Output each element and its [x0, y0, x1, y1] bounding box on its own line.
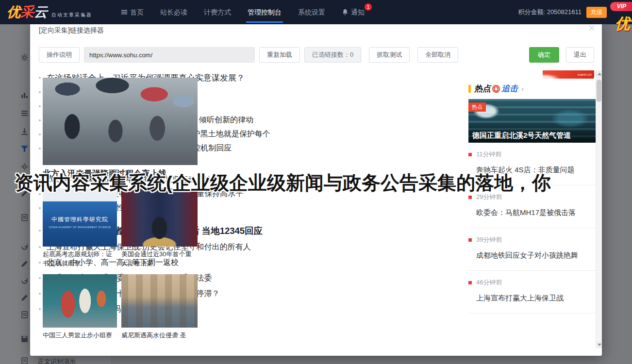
- thumb-image-basketball[interactable]: [43, 274, 117, 328]
- recharge-button[interactable]: 充值: [586, 7, 607, 18]
- logo-char: 云: [34, 3, 48, 21]
- scrollbar-thumb[interactable]: [597, 80, 601, 102]
- thumb-caption[interactable]: 威尼斯遇高水位侵袭 圣: [121, 331, 198, 340]
- help-button[interactable]: 操作说明: [39, 47, 80, 63]
- bullet-icon: [39, 105, 41, 107]
- red-square-icon: [468, 153, 472, 156]
- bullet-icon: [39, 207, 41, 209]
- bullet-icon: [39, 277, 41, 279]
- hot-lead-title: 德国正重启北溪2号天然气管道: [472, 131, 593, 140]
- thumb-caption[interactable]: 美国会通过近30年首个重大控枪法案: [121, 249, 198, 268]
- nav-home[interactable]: 首页: [113, 0, 152, 24]
- red-square-icon: [468, 238, 472, 242]
- grab-test-button[interactable]: 抓取测试: [369, 47, 410, 63]
- focus-photo[interactable]: [43, 78, 198, 165]
- bullet-icon: [39, 262, 41, 264]
- bullet-icon: [39, 119, 41, 121]
- nav-console[interactable]: 管理控制台: [239, 0, 290, 24]
- nav-notifications[interactable]: 通知 1: [333, 0, 373, 24]
- reload-button[interactable]: 重新加载: [259, 47, 300, 63]
- hot-entry[interactable]: 39分钟前 成都地铁回应女子对小孩跳艳舞: [468, 228, 596, 271]
- bell-icon: [342, 9, 349, 16]
- url-input[interactable]: [84, 47, 255, 63]
- notification-badge: 1: [365, 3, 372, 11]
- bullet-icon: [39, 230, 41, 232]
- vip-badge: VIP: [610, 2, 632, 11]
- nav-must-read[interactable]: 站长必读: [152, 0, 196, 24]
- thumb-caption[interactable]: 中国三人男篮止步小组赛: [43, 331, 117, 340]
- link-selector-dialog: [定向采集]链接选择器 × 操作说明 重新加载 已选链接数：0 抓取测试 全部取…: [30, 19, 602, 356]
- main-nav: 首页 站长必读 计费方式 管理控制台 系统设置 通知 1: [113, 0, 373, 24]
- hot-lead-image[interactable]: 热点 德国正重启北溪2号天然气管道: [468, 99, 596, 143]
- institute-name-text: 中國管理科學研究院: [51, 215, 108, 224]
- selected-links-count: 已选链接数：0: [304, 47, 361, 63]
- red-square-icon: [468, 281, 472, 284]
- dialog-title: [定向采集]链接选择器: [39, 26, 104, 34]
- cancel-all-button[interactable]: 全部取消: [417, 47, 458, 63]
- hot-entry[interactable]: 29分钟前 欧委会：马航MH17是被俄击落: [468, 185, 596, 228]
- bullet-icon: [39, 91, 41, 93]
- bullet-icon: [39, 133, 41, 135]
- bullet-icon: [39, 193, 41, 195]
- exit-button[interactable]: 退出: [566, 47, 594, 63]
- scroll-up-icon[interactable]: [596, 70, 602, 78]
- hot-pursuit-logo-icon: Q: [492, 85, 500, 93]
- bullet-icon: [39, 246, 41, 248]
- floating-logo-widget[interactable]: 优: [615, 14, 630, 34]
- red-square-icon: [468, 196, 472, 199]
- yellow-bar-icon: [468, 85, 471, 93]
- thumb-image-venice[interactable]: [121, 274, 198, 328]
- hot-badge: 热点: [468, 102, 486, 112]
- app-logo[interactable]: 优 采 云 自动文章采集器: [7, 3, 92, 21]
- menu-icon: [121, 9, 128, 16]
- thumb-caption[interactable]: 起底高考志愿规划师：证书交钱就能拿: [43, 249, 117, 268]
- confirm-button[interactable]: 确定: [529, 47, 559, 63]
- hot-entry[interactable]: 11分钟前 奔驰车起火 4S店：非质量问题: [468, 143, 596, 185]
- points-balance: 积分金额: 2050821611: [518, 8, 582, 17]
- bullet-icon: [39, 148, 41, 149]
- hot-entry[interactable]: 46分钟前 上海宣布打赢大上海保卫战: [468, 271, 596, 314]
- topbar: 优 采 云 自动文章采集器 首页 站长必读 计费方式 管理控制台 系统设置 通知…: [0, 0, 632, 24]
- dialog-toolbar: 操作说明 重新加载 已选链接数：0 抓取测试 全部取消 确定 退出: [39, 47, 594, 63]
- nav-billing[interactable]: 计费方式: [196, 0, 239, 24]
- bullet-icon: [39, 293, 41, 295]
- bullet-icon: [39, 179, 41, 181]
- scroll-down-icon[interactable]: [596, 341, 602, 348]
- scrollbar[interactable]: [596, 70, 602, 348]
- logo-char: 采: [20, 3, 34, 21]
- institute-name-latin: CHINA ACADEMY OF MANAGEMENT SCIENCE: [49, 226, 111, 229]
- hot-pursuit-panel: 热点 Q 追击 › 热点 德国正重启北溪2号天然气管道 11分钟前 奔驰车起火 …: [468, 83, 596, 314]
- bullet-icon: [39, 77, 41, 79]
- bullet-icon: [39, 308, 41, 310]
- thumb-image-congress[interactable]: [121, 188, 198, 247]
- embedded-webpage: xuexi.cn 北方入汛来最强降雨过程今夜上线 中國管理科學研究院 CHINA…: [39, 70, 602, 348]
- logo-tagline: 自动文章采集器: [51, 12, 92, 18]
- logo-char: 优: [7, 3, 20, 21]
- thumb-image-institute[interactable]: 中國管理科學研究院 CHINA ACADEMY OF MANAGEMENT SC…: [43, 188, 117, 247]
- promo-banner-fragment[interactable]: xuexi.cn: [543, 70, 594, 79]
- hot-pursuit-header[interactable]: 热点 Q 追击 ›: [468, 83, 596, 94]
- chevron-right-icon: ›: [521, 84, 524, 93]
- nav-settings[interactable]: 系统设置: [290, 0, 333, 24]
- focus-caption[interactable]: 北方入汛来最强降雨过程今夜上线: [43, 168, 206, 179]
